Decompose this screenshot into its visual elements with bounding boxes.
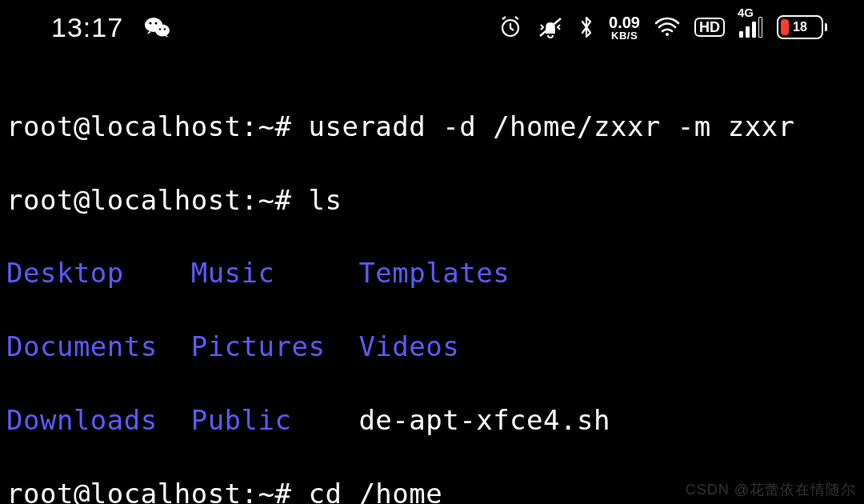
svg-point-1 xyxy=(155,25,170,37)
term-line: Desktop Music Templates xyxy=(6,255,858,292)
term-line: root@localhost:~# useradd -d /home/zxxr … xyxy=(6,109,858,146)
bluetooth-icon xyxy=(578,15,594,39)
battery-indicator: 18 xyxy=(777,15,827,39)
net-unit: KB/S xyxy=(611,30,638,41)
prompt: root@localhost:~# xyxy=(6,184,308,216)
battery-pct: 18 xyxy=(793,20,807,34)
prompt: root@localhost:~# xyxy=(6,110,308,142)
svg-point-2 xyxy=(149,22,151,24)
dir-entry: Desktop xyxy=(6,257,191,289)
dir-entry: Pictures xyxy=(191,330,359,362)
status-right: 0.09 KB/S HD 4G 18 xyxy=(498,14,827,41)
svg-point-4 xyxy=(159,28,162,30)
net-value: 0.09 xyxy=(609,14,640,30)
svg-point-8 xyxy=(666,33,669,36)
alarm-icon xyxy=(498,15,522,39)
network-speed: 0.09 KB/S xyxy=(609,14,640,41)
dir-entry: Downloads xyxy=(6,404,191,436)
svg-point-5 xyxy=(164,28,166,30)
status-bar: 13:17 xyxy=(0,0,864,54)
dir-entry: Documents xyxy=(6,330,191,362)
command: ls xyxy=(308,184,342,216)
watermark: CSDN @花蕾依在情随尔 xyxy=(686,480,856,499)
wechat-icon xyxy=(144,15,171,39)
dir-entry: Videos xyxy=(358,330,459,362)
wifi-icon xyxy=(654,17,680,38)
cell-label: 4G xyxy=(738,6,754,19)
hd-badge: HD xyxy=(694,18,725,37)
file-entry: de-apt-xfce4.sh xyxy=(358,404,610,436)
terminal[interactable]: root@localhost:~# useradd -d /home/zxxr … xyxy=(0,54,864,504)
command: cd /home xyxy=(308,478,442,504)
prompt: root@localhost:~# xyxy=(6,478,308,504)
dir-entry: Music xyxy=(191,257,359,289)
status-left: 13:17 xyxy=(51,12,171,43)
dir-entry: Templates xyxy=(358,257,510,289)
dir-entry: Public xyxy=(191,404,359,436)
clock: 13:17 xyxy=(51,12,123,43)
svg-point-3 xyxy=(154,22,157,24)
cellular-icon: 4G xyxy=(739,17,762,38)
term-line: Documents Pictures Videos xyxy=(6,329,858,366)
term-line: root@localhost:~# ls xyxy=(6,182,858,219)
vibrate-icon xyxy=(537,15,564,39)
term-line: Downloads Public de-apt-xfce4.sh xyxy=(6,402,858,439)
command: useradd -d /home/zxxr -m zxxr xyxy=(308,110,794,142)
